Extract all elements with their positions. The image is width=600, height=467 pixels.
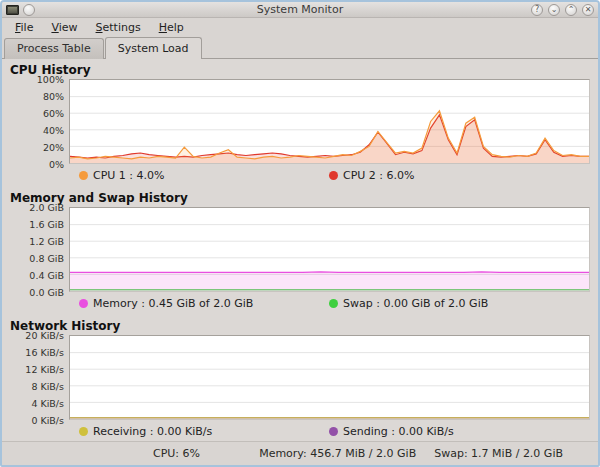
cpu-history-chart <box>69 79 590 164</box>
legend-item: Sending : 0.00 KiB/s <box>329 425 454 438</box>
memory-swap-chart <box>69 207 590 292</box>
axis-tick-label: 20% <box>43 142 64 153</box>
status-swap: Swap: 1.7 MiB / 2.0 GiB <box>434 447 563 460</box>
legend-item: CPU 1 : 4.0% <box>69 169 329 182</box>
network-history-section: Network History 20 KiB/s16 KiB/s12 KiB/s… <box>10 317 590 441</box>
system-monitor-window: System Monitor ? ⌄ ⌃ ✕ File View Setting… <box>0 0 600 467</box>
axis-tick-label: 0.8 GiB <box>29 253 64 264</box>
tab-system-load[interactable]: System Load <box>105 37 202 59</box>
axis-tick-label: 0% <box>49 159 64 170</box>
cpu-y-axis: 100%80%60%40%20%0% <box>10 79 69 164</box>
axis-tick-label: 12 KiB/s <box>25 364 64 375</box>
tab-process-table[interactable]: Process Table <box>4 38 104 59</box>
axis-tick-label: 16 KiB/s <box>25 347 64 358</box>
network-history-title: Network History <box>10 317 590 335</box>
axis-tick-label: 4 KiB/s <box>31 398 64 409</box>
axis-tick-label: 0.4 GiB <box>29 270 64 281</box>
memory-legend: Memory : 0.45 GiB of 2.0 GiB Swap : 0.00… <box>69 292 590 314</box>
memory-y-axis: 2.0 GiB1.6 GiB1.2 GiB0.8 GiB0.4 GiB0.0 G… <box>10 207 69 292</box>
close-button[interactable]: ✕ <box>582 4 594 16</box>
axis-tick-label: 80% <box>43 91 64 102</box>
cpu1-legend-label: CPU 1 : 4.0% <box>93 169 165 182</box>
menu-file[interactable]: File <box>6 19 42 36</box>
legend-item: CPU 2 : 6.0% <box>329 169 415 182</box>
window-title: System Monitor <box>126 3 474 16</box>
cpu-history-section: CPU History 100%80%60%40%20%0% CPU 1 : 4… <box>10 61 590 186</box>
network-y-axis: 20 KiB/s16 KiB/s12 KiB/s8 KiB/s4 KiB/s0 … <box>10 335 69 420</box>
menu-help[interactable]: Help <box>150 19 193 36</box>
axis-tick-label: 20 KiB/s <box>25 330 64 341</box>
tab-bar: Process Table System Load <box>2 37 598 59</box>
cpu-legend: CPU 1 : 4.0% CPU 2 : 6.0% <box>69 164 590 186</box>
legend-item: Swap : 0.00 GiB of 2.0 GiB <box>329 297 488 310</box>
axis-tick-label: 60% <box>43 108 64 119</box>
legend-item: Receiving : 0.00 KiB/s <box>69 425 329 438</box>
axis-tick-label: 0.0 GiB <box>29 287 64 298</box>
axis-tick-label: 2.0 GiB <box>29 202 64 213</box>
sticky-button[interactable] <box>23 4 35 16</box>
menu-view[interactable]: View <box>42 19 86 36</box>
status-memory: Memory: 456.7 MiB / 2.0 GiB <box>259 447 416 460</box>
axis-tick-label: 0 KiB/s <box>31 415 64 426</box>
axis-tick-label: 1.2 GiB <box>29 236 64 247</box>
swap-legend-label: Swap : 0.00 GiB of 2.0 GiB <box>343 297 488 310</box>
minimize-button[interactable]: ⌄ <box>548 4 560 16</box>
app-icon[interactable] <box>6 5 19 15</box>
network-legend: Receiving : 0.00 KiB/s Sending : 0.00 Ki… <box>69 420 590 441</box>
cpu1-legend-dot <box>79 171 88 180</box>
cpu-history-title: CPU History <box>10 61 590 79</box>
sending-legend-dot <box>329 427 338 436</box>
sending-legend-label: Sending : 0.00 KiB/s <box>343 425 454 438</box>
memory-swap-title: Memory and Swap History <box>10 189 590 207</box>
swap-legend-dot <box>329 299 338 308</box>
axis-tick-label: 40% <box>43 125 64 136</box>
titlebar: System Monitor ? ⌄ ⌃ ✕ <box>2 2 598 18</box>
status-bar: CPU: 6% Memory: 456.7 MiB / 2.0 GiB Swap… <box>2 441 598 465</box>
axis-tick-label: 100% <box>37 74 64 85</box>
memory-legend-label: Memory : 0.45 GiB of 2.0 GiB <box>93 297 253 310</box>
cpu2-legend-label: CPU 2 : 6.0% <box>343 169 415 182</box>
memory-legend-dot <box>79 299 88 308</box>
memory-swap-section: Memory and Swap History 2.0 GiB1.6 GiB1.… <box>10 189 590 314</box>
receiving-legend-label: Receiving : 0.00 KiB/s <box>93 425 212 438</box>
system-load-panel: CPU History 100%80%60%40%20%0% CPU 1 : 4… <box>2 59 598 441</box>
receiving-legend-dot <box>79 427 88 436</box>
help-button[interactable]: ? <box>531 4 543 16</box>
legend-item: Memory : 0.45 GiB of 2.0 GiB <box>69 297 329 310</box>
axis-tick-label: 1.6 GiB <box>29 219 64 230</box>
axis-tick-label: 8 KiB/s <box>31 381 64 392</box>
maximize-button[interactable]: ⌃ <box>565 4 577 16</box>
network-history-chart <box>69 335 590 420</box>
cpu2-legend-dot <box>329 171 338 180</box>
menu-bar: File View Settings Help <box>2 18 598 37</box>
status-cpu: CPU: 6% <box>153 447 200 460</box>
menu-settings[interactable]: Settings <box>87 19 150 36</box>
